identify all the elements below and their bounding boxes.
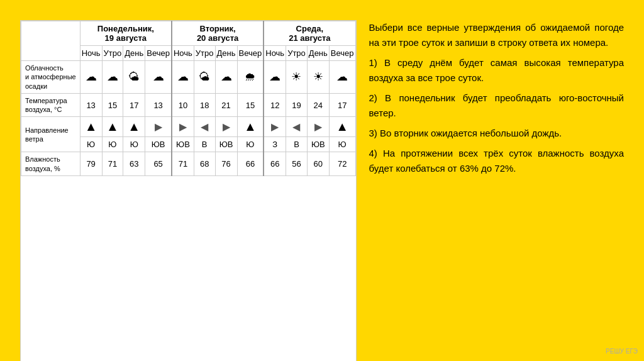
temperature-label: Температуравоздуха, °С bbox=[21, 93, 80, 117]
arrow-mon-1: ▲ bbox=[80, 117, 102, 137]
time-tue-1: Ночь bbox=[172, 46, 194, 61]
arrow-tue-2: ◀ bbox=[194, 117, 215, 137]
time-wed-1: Ночь bbox=[264, 46, 286, 61]
wednesday-date: 21 августа bbox=[265, 33, 353, 43]
arrow-wed-2: ◀ bbox=[286, 117, 308, 137]
temp-wed-4: 17 bbox=[329, 93, 355, 117]
hum-tue-2: 68 bbox=[194, 152, 215, 176]
cloud-tue-2: 🌤 bbox=[194, 61, 215, 94]
wind-mon-1: Ю bbox=[80, 137, 102, 152]
wind-wed-4: Ю bbox=[329, 137, 355, 152]
hum-wed-2: 56 bbox=[286, 152, 308, 176]
hum-mon-2: 71 bbox=[102, 152, 123, 176]
watermark: РЕШУ ЕГЭ bbox=[606, 348, 638, 355]
wind-mon-3: Ю bbox=[123, 137, 145, 152]
time-wed-3: День bbox=[307, 46, 329, 61]
hum-mon-3: 63 bbox=[123, 152, 145, 176]
wind-wed-1: З bbox=[264, 137, 286, 152]
question-item-2: 2) В понедельник будет преобладать юго-в… bbox=[369, 91, 624, 121]
time-wed-4: Вечер bbox=[329, 46, 355, 61]
cloudiness-label: Облачностьи атмосферныеосадки bbox=[21, 61, 80, 94]
temp-wed-3: 24 bbox=[307, 93, 329, 117]
arrow-wed-1: ▶ bbox=[264, 117, 286, 137]
temp-mon-1: 13 bbox=[80, 93, 102, 117]
temp-mon-4: 13 bbox=[145, 93, 172, 117]
cloud-mon-1: ☁ bbox=[80, 61, 102, 94]
question-item-4: 4) На протяжении всех трёх суток влажнос… bbox=[369, 146, 624, 176]
wind-mon-2: Ю bbox=[102, 137, 123, 152]
question-intro: Выбери все верные утверждения об ожидаем… bbox=[369, 20, 624, 50]
time-tue-3: День bbox=[215, 46, 237, 61]
monday-date: 19 августа bbox=[82, 33, 170, 43]
temp-tue-2: 18 bbox=[194, 93, 215, 117]
time-tue-2: Утро bbox=[194, 46, 215, 61]
time-mon-3: День bbox=[123, 46, 145, 61]
arrow-tue-4: ▲ bbox=[237, 117, 264, 137]
temp-tue-3: 21 bbox=[215, 93, 237, 117]
wind-wed-2: В bbox=[286, 137, 308, 152]
time-mon-1: Ночь bbox=[80, 46, 102, 61]
cloud-tue-4: 🌧 bbox=[237, 61, 264, 94]
time-mon-2: Утро bbox=[102, 46, 123, 61]
tuesday-header: Вторник, bbox=[174, 24, 262, 33]
arrow-wed-4: ▲ bbox=[329, 117, 355, 137]
cloud-wed-3: ☀ bbox=[307, 61, 329, 94]
hum-mon-1: 79 bbox=[80, 152, 102, 176]
cloud-mon-3: 🌤 bbox=[123, 61, 145, 94]
wind-tue-1: ЮВ bbox=[172, 137, 194, 152]
wind-tue-4: Ю bbox=[237, 137, 264, 152]
time-mon-4: Вечер bbox=[145, 46, 172, 61]
temp-mon-2: 15 bbox=[102, 93, 123, 117]
wind-tue-2: В bbox=[194, 137, 215, 152]
arrow-tue-3: ▶ bbox=[215, 117, 237, 137]
hum-wed-4: 72 bbox=[329, 152, 355, 176]
temp-tue-4: 15 bbox=[237, 93, 264, 117]
cloud-wed-4: ☁ bbox=[329, 61, 355, 94]
temp-mon-3: 17 bbox=[123, 93, 145, 117]
arrow-wed-3: ▶ bbox=[307, 117, 329, 137]
cloud-wed-2: ☀ bbox=[286, 61, 308, 94]
wind-direction-label: Направлениеветра bbox=[21, 117, 80, 152]
question-item-3: 3) Во вторник ожидается небольшой дождь. bbox=[369, 126, 624, 141]
hum-mon-4: 65 bbox=[145, 152, 172, 176]
question-item-1: 1) В среду днём будет самая высокая темп… bbox=[369, 55, 624, 86]
arrow-mon-3: ▲ bbox=[123, 117, 145, 137]
temp-wed-2: 19 bbox=[286, 93, 308, 117]
humidity-label: Влажностьвоздуха, % bbox=[21, 152, 80, 176]
arrow-mon-4: ▶ bbox=[145, 117, 172, 137]
time-wed-2: Утро bbox=[286, 46, 308, 61]
tuesday-date: 20 августа bbox=[174, 33, 262, 43]
arrow-tue-1: ▶ bbox=[172, 117, 194, 137]
hum-tue-1: 71 bbox=[172, 152, 194, 176]
hum-tue-3: 76 bbox=[215, 152, 237, 176]
monday-header: Понедельник, bbox=[82, 24, 170, 33]
hum-wed-1: 66 bbox=[264, 152, 286, 176]
hum-tue-4: 66 bbox=[237, 152, 264, 176]
time-tue-4: Вечер bbox=[237, 46, 264, 61]
wind-mon-4: ЮВ bbox=[145, 137, 172, 152]
wind-wed-3: ЮВ bbox=[307, 137, 329, 152]
wind-tue-3: ЮВ bbox=[215, 137, 237, 152]
wednesday-header: Среда, bbox=[265, 24, 353, 33]
arrow-mon-2: ▲ bbox=[102, 117, 123, 137]
temp-wed-1: 12 bbox=[264, 93, 286, 117]
cloud-wed-1: ☁ bbox=[264, 61, 286, 94]
hum-wed-3: 60 bbox=[307, 152, 329, 176]
cloud-tue-3: ☁ bbox=[215, 61, 237, 94]
cloud-tue-1: ☁ bbox=[172, 61, 194, 94]
cloud-mon-2: ☁ bbox=[102, 61, 123, 94]
cloud-mon-4: ☁ bbox=[145, 61, 172, 94]
temp-tue-1: 10 bbox=[172, 93, 194, 117]
